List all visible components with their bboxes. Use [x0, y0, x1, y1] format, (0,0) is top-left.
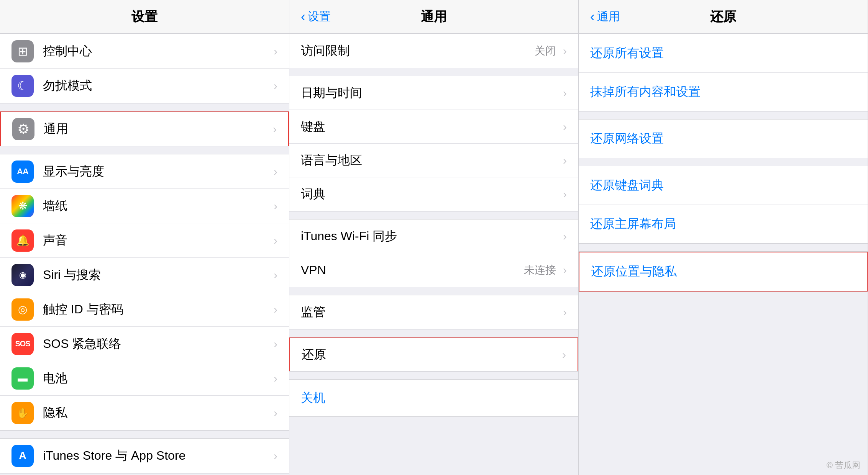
- center-item-supervision[interactable]: 监管›: [289, 295, 578, 329]
- right-item-restore-location[interactable]: 还原位置与隐私: [579, 252, 868, 292]
- sidebar-item-general[interactable]: ⚙通用›: [0, 111, 289, 146]
- right-group-rgroup4: 还原位置与隐私: [579, 251, 868, 292]
- general-label: 通用: [44, 121, 271, 138]
- sidebar-item-sos[interactable]: SOSSOS 紧急联络›: [0, 327, 289, 361]
- sos-label: SOS 紧急联络: [43, 336, 271, 352]
- center-item-itunes-wifi-label: iTunes Wi-Fi 同步: [301, 228, 561, 245]
- wallpaper-label: 墙纸: [43, 198, 271, 215]
- right-item-restore-all[interactable]: 还原所有设置: [579, 34, 868, 73]
- right-item-restore-home[interactable]: 还原主屏幕布局: [579, 205, 868, 243]
- sidebar-item-display[interactable]: AA显示与亮度›: [0, 154, 289, 189]
- center-item-itunes-wifi[interactable]: iTunes Wi-Fi 同步›: [289, 219, 578, 253]
- center-panel: ‹ 设置 通用 访问限制关闭›日期与时间›键盘›语言与地区›词典›iTunes …: [289, 0, 579, 475]
- touch-id-chevron: ›: [274, 303, 277, 316]
- right-panel: ‹ 通用 还原 还原所有设置抹掉所有内容和设置还原网络设置还原键盘词典还原主屏幕…: [579, 0, 868, 475]
- left-nav-title: 设置: [131, 8, 158, 26]
- sidebar-item-do-not-disturb[interactable]: ☾勿扰模式›: [0, 69, 289, 103]
- center-item-vpn-value: 未连接: [524, 263, 556, 277]
- center-item-vpn-label: VPN: [301, 263, 524, 277]
- right-item-restore-keyboard[interactable]: 还原键盘词典: [579, 166, 868, 205]
- display-label: 显示与亮度: [43, 163, 271, 180]
- left-settings-list: ⊞控制中心›☾勿扰模式›⚙通用›AA显示与亮度›❋墙纸›🔔声音›◉Siri 与搜…: [0, 34, 289, 475]
- watermark: © 苦瓜网: [827, 460, 860, 471]
- display-chevron: ›: [274, 165, 277, 178]
- left-panel: 设置 ⊞控制中心›☾勿扰模式›⚙通用›AA显示与亮度›❋墙纸›🔔声音›◉Siri…: [0, 0, 289, 475]
- sounds-chevron: ›: [274, 234, 277, 247]
- touch-id-icon: ◎: [11, 298, 34, 321]
- center-item-keyboard[interactable]: 键盘›: [289, 110, 578, 144]
- sounds-icon: 🔔: [11, 229, 34, 252]
- center-item-keyboard-label: 键盘: [301, 118, 561, 135]
- right-group-rgroup3: 还原键盘词典还原主屏幕布局: [579, 166, 868, 244]
- center-back-button[interactable]: ‹ 设置: [301, 9, 331, 25]
- itunes-icon: A: [11, 445, 34, 467]
- right-settings-list: 还原所有设置抹掉所有内容和设置还原网络设置还原键盘词典还原主屏幕布局还原位置与隐…: [579, 34, 868, 475]
- sidebar-item-battery[interactable]: ▬电池›: [0, 361, 289, 396]
- control-center-chevron: ›: [274, 45, 277, 58]
- right-item-restore-network[interactable]: 还原网络设置: [579, 120, 868, 158]
- control-center-label: 控制中心: [43, 43, 271, 60]
- sos-chevron: ›: [274, 337, 277, 351]
- center-item-vpn[interactable]: VPN未连接›: [289, 253, 578, 287]
- center-nav-bar: ‹ 设置 通用: [289, 0, 578, 34]
- wallpaper-icon: ❋: [11, 195, 34, 217]
- itunes-chevron: ›: [274, 449, 277, 462]
- center-item-date-time-chevron: ›: [563, 87, 567, 100]
- siri-icon: ◉: [11, 264, 34, 286]
- center-group-group2: iTunes Wi-Fi 同步›VPN未连接›: [289, 219, 578, 287]
- do-not-disturb-chevron: ›: [274, 79, 277, 92]
- center-nav-title: 通用: [421, 8, 447, 26]
- right-item-erase-all[interactable]: 抹掉所有内容和设置: [579, 73, 868, 111]
- privacy-icon: ✋: [11, 402, 34, 424]
- center-item-restore-chevron: ›: [562, 348, 566, 361]
- battery-icon: ▬: [11, 367, 34, 390]
- sounds-label: 声音: [43, 232, 271, 249]
- right-group-rgroup2: 还原网络设置: [579, 119, 868, 158]
- sidebar-item-sounds[interactable]: 🔔声音›: [0, 223, 289, 258]
- left-nav-bar: 设置: [0, 0, 289, 34]
- center-partial-item[interactable]: 访问限制关闭›: [289, 34, 578, 68]
- siri-label: Siri 与搜索: [43, 267, 271, 283]
- control-center-icon: ⊞: [11, 40, 34, 62]
- sidebar-item-privacy[interactable]: ✋隐私›: [0, 396, 289, 430]
- privacy-chevron: ›: [274, 406, 277, 419]
- center-back-chevron: ‹: [301, 10, 305, 24]
- shutdown-link[interactable]: 关机: [289, 379, 578, 417]
- sidebar-item-control-center[interactable]: ⊞控制中心›: [0, 34, 289, 69]
- center-item-supervision-label: 监管: [301, 304, 561, 321]
- do-not-disturb-label: 勿扰模式: [43, 77, 271, 94]
- center-item-dictionary-chevron: ›: [563, 188, 567, 201]
- center-item-date-time-label: 日期与时间: [301, 85, 561, 102]
- center-item-restore-label: 还原: [302, 346, 560, 363]
- center-back-label: 设置: [308, 9, 331, 25]
- center-group-group1: 日期与时间›键盘›语言与地区›词典›: [289, 76, 578, 211]
- right-back-chevron: ‹: [590, 10, 595, 24]
- right-nav-title: 还原: [710, 8, 736, 26]
- center-item-restore[interactable]: 还原›: [289, 337, 578, 371]
- right-nav-bar: ‹ 通用 还原: [579, 0, 868, 34]
- sidebar-item-touch-id[interactable]: ◎触控 ID 与密码›: [0, 292, 289, 327]
- battery-chevron: ›: [274, 372, 277, 385]
- sidebar-item-itunes[interactable]: AiTunes Store 与 App Store›: [0, 439, 289, 473]
- do-not-disturb-icon: ☾: [11, 75, 34, 97]
- center-item-keyboard-chevron: ›: [563, 120, 567, 133]
- center-item-supervision-chevron: ›: [563, 306, 567, 319]
- center-item-date-time[interactable]: 日期与时间›: [289, 76, 578, 110]
- center-settings-list: 访问限制关闭›日期与时间›键盘›语言与地区›词典›iTunes Wi-Fi 同步…: [289, 34, 578, 475]
- general-icon: ⚙: [12, 118, 34, 140]
- display-icon: AA: [11, 161, 34, 183]
- battery-label: 电池: [43, 370, 271, 387]
- center-item-language[interactable]: 语言与地区›: [289, 144, 578, 177]
- center-item-language-chevron: ›: [563, 154, 567, 167]
- center-item-language-label: 语言与地区: [301, 152, 561, 169]
- sidebar-item-wallpaper[interactable]: ❋墙纸›: [0, 189, 289, 223]
- privacy-label: 隐私: [43, 405, 271, 421]
- center-item-vpn-chevron: ›: [563, 264, 567, 277]
- right-back-button[interactable]: ‹ 通用: [590, 9, 620, 25]
- center-item-itunes-wifi-chevron: ›: [563, 230, 567, 243]
- siri-chevron: ›: [274, 269, 277, 282]
- center-item-dictionary[interactable]: 词典›: [289, 177, 578, 211]
- general-chevron: ›: [273, 123, 277, 136]
- itunes-label: iTunes Store 与 App Store: [43, 447, 271, 464]
- sidebar-item-siri[interactable]: ◉Siri 与搜索›: [0, 258, 289, 292]
